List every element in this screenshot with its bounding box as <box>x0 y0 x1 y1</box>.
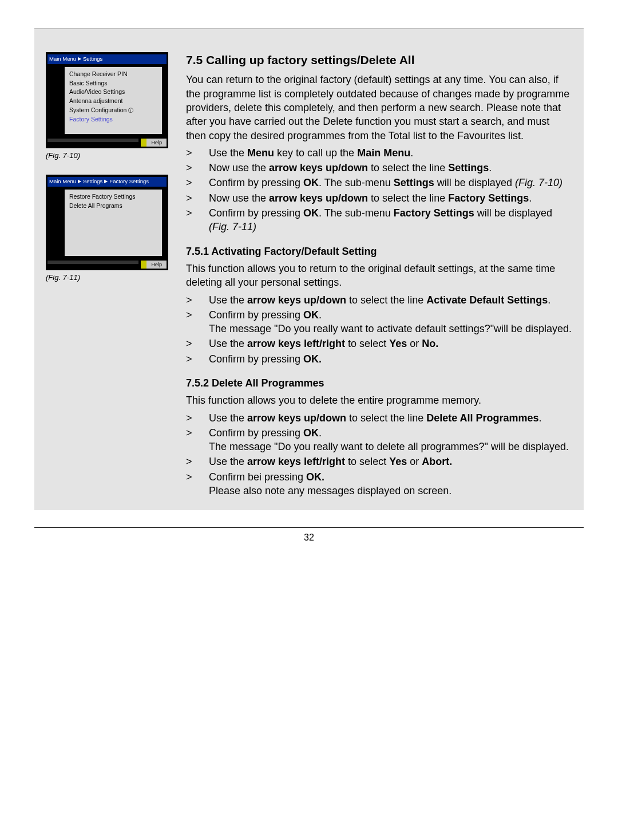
section-intro: You can return to the original factory (… <box>186 73 572 142</box>
subsection-intro: This function allows you to delete the e… <box>186 393 572 407</box>
step-marker: > <box>186 308 209 336</box>
chevron-right-icon: ▶ <box>78 57 81 61</box>
subsection-heading: 7.5.2 Delete All Programmes <box>186 376 572 390</box>
figure-7-11: Main Menu ▶ Settings ▶ Factory Settings … <box>46 175 175 270</box>
step-text: Use the Menu key to call up the Main Men… <box>209 146 572 160</box>
menu-item: Antenna adjustment <box>69 97 160 106</box>
bc-item: Main Menu <box>49 178 76 186</box>
instruction-step: >Use the arrow keys left/right to select… <box>186 337 572 350</box>
instruction-step: >Now use the arrow keys up/down to selec… <box>186 161 572 175</box>
step-text: Confirm by pressing OK.The message "Do y… <box>209 308 572 336</box>
step-text: Use the arrow keys up/down to select the… <box>209 411 572 425</box>
chevron-right-icon: ▶ <box>104 179 108 184</box>
figures-column: Main Menu ▶ Settings Change Receiver PIN… <box>46 52 175 499</box>
step-marker: > <box>186 293 209 307</box>
sub1-steps: >Use the arrow keys up/down to select th… <box>186 293 572 366</box>
subsection-intro: This function allows you to return to th… <box>186 262 572 290</box>
help-bar <box>47 139 138 142</box>
instruction-step: >Use the arrow keys up/down to select th… <box>186 293 572 307</box>
sub2-steps: >Use the arrow keys up/down to select th… <box>186 411 572 498</box>
menu-item: Restore Factory Settings <box>69 192 160 202</box>
step-text: Now use the arrow keys up/down to select… <box>209 161 572 175</box>
menu-item: System Configuration <box>69 106 160 115</box>
page-number: 32 <box>34 527 584 544</box>
instruction-step: >Confirm by pressing OK.The message "Do … <box>186 426 572 454</box>
step-marker: > <box>186 206 209 234</box>
manual-page: Main Menu ▶ Settings Change Receiver PIN… <box>0 0 618 840</box>
step-text: Use the arrow keys left/right to select … <box>209 455 572 468</box>
step-marker: > <box>186 176 209 190</box>
figure-caption: (Fig. 7-11) <box>46 273 175 283</box>
help-button: Help <box>141 261 167 269</box>
help-bar <box>47 261 138 264</box>
chevron-right-icon: ▶ <box>78 179 81 184</box>
menu-item: Audio/Video Settings <box>69 88 160 97</box>
step-marker: > <box>186 470 209 498</box>
section-heading: 7.5 Calling up factory settings/Delete A… <box>186 52 572 68</box>
step-text: Confirm by pressing OK. The sub-menu Fac… <box>209 206 572 234</box>
instruction-step: >Confirm bei pressing OK.Please also not… <box>186 470 572 498</box>
step-text: Use the arrow keys up/down to select the… <box>209 293 572 307</box>
bc-item: Main Menu <box>49 56 76 63</box>
menu-item: Change Receiver PIN <box>69 70 160 79</box>
instruction-step: >Confirm by pressing OK. The sub-menu Fa… <box>186 206 572 234</box>
step-marker: > <box>186 161 209 175</box>
menu-item: Delete All Programs <box>69 202 160 211</box>
step-marker: > <box>186 191 209 205</box>
step-text: Now use the arrow keys up/down to select… <box>209 191 572 205</box>
bc-item: Settings <box>83 178 102 186</box>
step-text: Confirm by pressing OK. The sub-menu Set… <box>209 176 572 190</box>
instruction-step: >Use the arrow keys left/right to select… <box>186 455 572 468</box>
instruction-step: >Now use the arrow keys up/down to selec… <box>186 191 572 205</box>
step-marker: > <box>186 411 209 425</box>
help-button: Help <box>141 139 167 147</box>
fig2-breadcrumb: Main Menu ▶ Settings ▶ Factory Settings <box>47 177 167 187</box>
fig1-menu-panel: Change Receiver PINBasic SettingsAudio/V… <box>65 67 162 135</box>
fig2-menu-panel: Restore Factory SettingsDelete All Progr… <box>65 190 162 257</box>
step-marker: > <box>186 426 209 454</box>
step-text: Confirm by pressing OK. <box>209 352 572 366</box>
step-text: Use the arrow keys left/right to select … <box>209 337 572 350</box>
figure-7-10: Main Menu ▶ Settings Change Receiver PIN… <box>46 52 175 148</box>
menu-item: Basic Settings <box>69 79 160 88</box>
instruction-step: >Confirm by pressing OK.The message "Do … <box>186 308 572 336</box>
instruction-step: >Use the Menu key to call up the Main Me… <box>186 146 572 160</box>
figure-caption: (Fig. 7-10) <box>46 151 175 161</box>
step-marker: > <box>186 455 209 468</box>
step-text: Confirm by pressing OK.The message "Do y… <box>209 426 572 454</box>
content-column: 7.5 Calling up factory settings/Delete A… <box>186 52 572 499</box>
menu-item: Factory Settings <box>69 115 160 124</box>
section-steps: >Use the Menu key to call up the Main Me… <box>186 146 572 234</box>
instruction-step: >Confirm by pressing OK. <box>186 352 572 366</box>
step-marker: > <box>186 352 209 366</box>
fig1-breadcrumb: Main Menu ▶ Settings <box>47 54 167 64</box>
bc-item: Factory Settings <box>109 178 149 186</box>
bc-item: Settings <box>83 56 102 63</box>
instruction-step: >Confirm by pressing OK. The sub-menu Se… <box>186 176 572 190</box>
instruction-step: >Use the arrow keys up/down to select th… <box>186 411 572 425</box>
step-marker: > <box>186 146 209 160</box>
step-marker: > <box>186 337 209 350</box>
step-text: Confirm bei pressing OK.Please also note… <box>209 470 572 498</box>
subsection-heading: 7.5.1 Activating Factory/Default Setting <box>186 244 572 258</box>
